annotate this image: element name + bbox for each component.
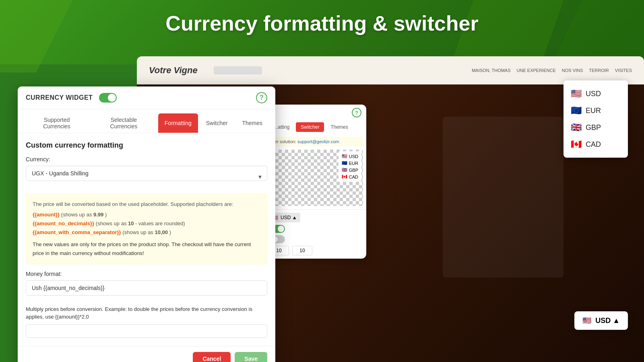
panel-footer: Cancel Save — [18, 346, 275, 362]
sw-code-cad: CAD — [349, 175, 358, 179]
switcher-bottom: 🇺🇸 USD ▲ — [266, 209, 366, 259]
dropdown-item-usd[interactable]: 🇺🇸 USD — [564, 85, 628, 102]
usd-flag: 🇺🇸 — [582, 316, 591, 325]
page-title: Currency formatting & switcher — [0, 11, 644, 35]
sw-current-label: USD ▲ — [281, 215, 297, 220]
save-button[interactable]: Save — [235, 352, 267, 362]
tab-selectable-currencies[interactable]: Selectable Currencies — [91, 113, 157, 133]
sw-currency-gbp[interactable]: 🇬🇧 GBP — [340, 167, 360, 173]
sw-currency-eur[interactable]: 🇪🇺 EUR — [340, 160, 360, 167]
tab-formatting[interactable]: Formatting — [158, 113, 198, 133]
sw-currency-cad[interactable]: 🇨🇦 CAD — [340, 173, 360, 180]
sw-flag-cad: 🇨🇦 — [342, 174, 347, 179]
info-line-2: {{amount}} (shows up as 9.99 ) — [33, 210, 260, 219]
code-cad: CAD — [586, 140, 601, 149]
sw-flag-usd: 🇺🇸 — [342, 154, 347, 159]
nav-item-3[interactable]: NOS VINS — [562, 68, 583, 73]
code-amount-comma: {{amount_with_comma_separator}} — [33, 229, 121, 235]
sw-flag-eur: 🇪🇺 — [342, 160, 347, 166]
dropdown-item-gbp[interactable]: 🇬🇧 GBP — [564, 119, 628, 136]
flag-usd: 🇺🇸 — [571, 88, 582, 99]
sw-flag-gbp: 🇬🇧 — [342, 167, 347, 173]
small-input-2[interactable] — [292, 246, 312, 255]
poly-decoration-1 — [0, 0, 121, 72]
nav-item-5[interactable]: VISITES — [615, 68, 632, 73]
shop-logo: Votre Vigne — [149, 65, 198, 76]
panel-content: Custom currency formatting Currency: UGX… — [18, 133, 275, 346]
multiply-input[interactable] — [26, 324, 267, 338]
tab-themes[interactable]: Themes — [235, 113, 269, 133]
info-line-1: The price will be converted based on the… — [33, 200, 260, 209]
dropdown-item-eur[interactable]: 🇪🇺 EUR — [564, 102, 628, 119]
sw-code-eur: EUR — [349, 161, 358, 166]
panel-header: CURRENCY WIDGET ? — [18, 86, 275, 109]
section-title: Custom currency formatting — [26, 141, 267, 150]
switcher-currency-list: 🇺🇸 USD 🇪🇺 EUR 🇬🇧 GBP 🇨🇦 CAD — [339, 151, 361, 182]
info-warning: The new values are only for the prices o… — [33, 240, 260, 258]
sw-code-usd: USD — [349, 154, 358, 159]
tab-themes-small[interactable]: Themes — [326, 122, 353, 132]
panel-help-icon[interactable]: ? — [256, 92, 267, 103]
tab-supported-currencies[interactable]: Supported Currencies — [24, 113, 89, 133]
switcher-help-icon[interactable]: ? — [352, 108, 361, 117]
currency-field-label: Currency: — [26, 156, 267, 162]
info-line-3: {{amount_no_decimals}} (shows up as 10 -… — [33, 219, 260, 228]
switcher-support-link[interactable]: support@geolizr.com — [297, 139, 339, 144]
switcher-widget: ? ...atting Switcher Themes her solution… — [266, 105, 366, 259]
switcher-preview: 🇺🇸 USD 🇪🇺 EUR 🇬🇧 GBP 🇨🇦 CAD — [269, 150, 363, 206]
shop-nav: MAISON, THOMAS UNE EXPERIENCE NOS VINS T… — [472, 68, 632, 73]
code-amount: {{amount}} — [33, 212, 60, 218]
usd-current-bar[interactable]: 🇺🇸 USD ▲ — [574, 311, 628, 330]
panel-title: CURRENCY WIDGET — [26, 94, 93, 101]
money-format-label: Money format: — [26, 271, 267, 277]
flag-gbp: 🇬🇧 — [571, 122, 582, 133]
info-box: The price will be converted based on the… — [26, 194, 267, 264]
currency-dropdown[interactable]: 🇺🇸 USD 🇪🇺 EUR 🇬🇧 GBP 🇨🇦 CAD — [564, 80, 628, 158]
code-eur: EUR — [586, 107, 601, 115]
code-gbp: GBP — [586, 123, 601, 132]
currency-select[interactable]: UGX - Uganda Shilling USD - US Dollar EU… — [26, 166, 267, 181]
usd-label: USD ▲ — [595, 317, 620, 325]
tab-switcher-small[interactable]: Switcher — [296, 122, 324, 132]
info-line-4: {{amount_with_comma_separator}} (shows u… — [33, 228, 260, 237]
nav-item-2[interactable]: UNE EXPERIENCE — [517, 68, 556, 73]
currency-panel: CURRENCY WIDGET ? Supported Currencies S… — [18, 86, 275, 362]
cancel-button[interactable]: Cancel — [193, 352, 231, 362]
switcher-info-text: her solution: — [272, 139, 297, 144]
code-usd: USD — [586, 90, 601, 98]
panel-tabs: Supported Currencies Selectable Currenci… — [18, 109, 275, 133]
nav-item-4[interactable]: TERROIR — [589, 68, 609, 73]
sw-currency-usd[interactable]: 🇺🇸 USD — [340, 153, 360, 160]
switcher-widget-header: ? — [266, 105, 366, 121]
nav-item-1[interactable]: MAISON, THOMAS — [472, 68, 510, 73]
multiply-label: Multiply prices before conversion. Examp… — [26, 305, 267, 321]
sw-code-gbp: GBP — [349, 168, 358, 173]
flag-cad: 🇨🇦 — [571, 139, 582, 150]
code-amount-no-decimals: {{amount_no_decimals}} — [33, 220, 94, 226]
money-format-input[interactable] — [26, 280, 267, 296]
tab-switcher[interactable]: Switcher — [200, 113, 234, 133]
switcher-tabs: ...atting Switcher Themes — [266, 121, 366, 134]
flag-eur: 🇪🇺 — [571, 105, 582, 116]
panel-toggle[interactable] — [99, 93, 117, 103]
switcher-info: her solution: support@geolizr.com — [269, 137, 363, 146]
dropdown-item-cad[interactable]: 🇨🇦 CAD — [564, 136, 628, 153]
